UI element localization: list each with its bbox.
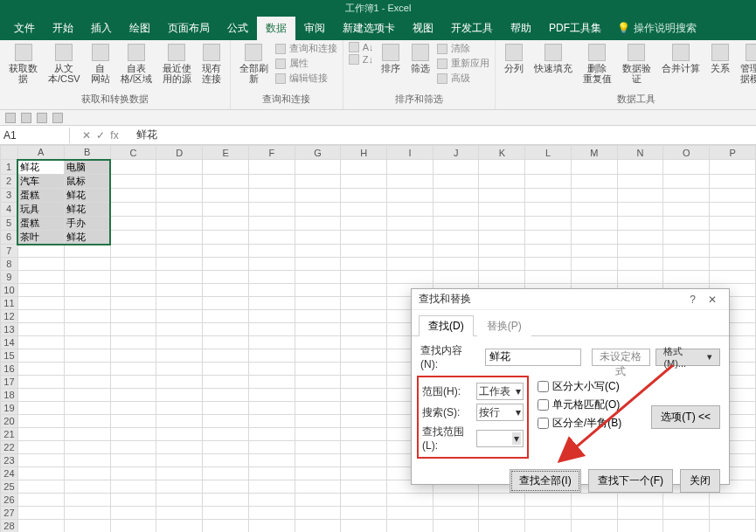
tab-formulas[interactable]: 公式 bbox=[218, 17, 257, 40]
cell[interactable] bbox=[433, 202, 479, 216]
tab-pdf[interactable]: PDF工具集 bbox=[540, 17, 610, 40]
cell[interactable] bbox=[248, 467, 295, 480]
cell[interactable] bbox=[479, 160, 525, 175]
cell[interactable] bbox=[433, 520, 479, 533]
cell[interactable] bbox=[17, 520, 64, 533]
cell[interactable] bbox=[710, 230, 756, 245]
cell[interactable] bbox=[110, 297, 156, 310]
row-header[interactable]: 1 bbox=[1, 160, 18, 175]
cell[interactable] bbox=[248, 520, 295, 533]
col-header[interactable]: J bbox=[433, 146, 479, 160]
cell[interactable] bbox=[110, 389, 156, 402]
cell[interactable] bbox=[110, 507, 156, 520]
cell[interactable] bbox=[64, 363, 110, 376]
cell[interactable] bbox=[295, 441, 341, 454]
touch-icon[interactable] bbox=[52, 113, 63, 123]
cell[interactable] bbox=[156, 230, 203, 245]
lookin-select[interactable]: 值▾ bbox=[476, 430, 524, 447]
cell[interactable] bbox=[203, 245, 249, 258]
within-select[interactable]: 工作表▾ bbox=[476, 383, 524, 400]
cell[interactable] bbox=[156, 336, 203, 349]
cell[interactable] bbox=[663, 520, 710, 533]
cell[interactable] bbox=[248, 323, 295, 336]
col-header[interactable]: I bbox=[387, 146, 433, 160]
cell[interactable] bbox=[571, 507, 617, 520]
cell[interactable] bbox=[156, 188, 203, 202]
cell[interactable] bbox=[110, 216, 156, 230]
cell[interactable] bbox=[295, 389, 341, 402]
cell[interactable] bbox=[203, 507, 249, 520]
cell[interactable] bbox=[248, 494, 295, 507]
cell[interactable] bbox=[64, 271, 110, 284]
data-model-button[interactable]: 管理数 据模型 bbox=[737, 42, 756, 86]
cell[interactable] bbox=[341, 494, 387, 507]
cell[interactable] bbox=[663, 202, 710, 216]
cell[interactable] bbox=[387, 202, 433, 216]
cell[interactable] bbox=[248, 284, 295, 297]
cell[interactable] bbox=[479, 245, 525, 258]
cell[interactable] bbox=[64, 336, 110, 349]
row-header[interactable]: 18 bbox=[1, 389, 18, 402]
cell[interactable] bbox=[17, 428, 64, 441]
cell[interactable] bbox=[110, 323, 156, 336]
tab-newtab[interactable]: 新建选项卡 bbox=[334, 17, 404, 40]
cell[interactable] bbox=[341, 376, 387, 389]
cell[interactable] bbox=[203, 363, 249, 376]
cell[interactable] bbox=[203, 202, 249, 216]
cell[interactable] bbox=[64, 284, 110, 297]
tab-review[interactable]: 审阅 bbox=[295, 17, 334, 40]
cell[interactable] bbox=[387, 520, 433, 533]
cell[interactable] bbox=[156, 454, 203, 467]
cell[interactable]: 鲜花 bbox=[64, 202, 110, 216]
cell[interactable] bbox=[110, 363, 156, 376]
cell[interactable] bbox=[203, 284, 249, 297]
cell[interactable] bbox=[341, 323, 387, 336]
existing-connections-button[interactable]: 现有 连接 bbox=[198, 42, 225, 86]
cell[interactable] bbox=[571, 202, 617, 216]
cell[interactable] bbox=[17, 310, 64, 323]
col-header[interactable]: G bbox=[295, 146, 341, 160]
cell[interactable] bbox=[17, 402, 64, 415]
cell[interactable] bbox=[710, 188, 756, 202]
cell[interactable] bbox=[203, 174, 249, 188]
cell[interactable] bbox=[295, 428, 341, 441]
cell[interactable] bbox=[295, 349, 341, 363]
cell[interactable] bbox=[248, 349, 295, 363]
cell[interactable] bbox=[571, 271, 617, 284]
row-header[interactable]: 6 bbox=[1, 230, 18, 245]
cell[interactable]: 茶叶 bbox=[17, 230, 64, 245]
cell[interactable] bbox=[433, 507, 479, 520]
cell[interactable] bbox=[387, 216, 433, 230]
cell[interactable] bbox=[110, 174, 156, 188]
tab-developer[interactable]: 开发工具 bbox=[442, 17, 502, 40]
cell[interactable] bbox=[64, 349, 110, 363]
cell[interactable] bbox=[663, 258, 710, 271]
cell[interactable] bbox=[17, 245, 64, 258]
cell[interactable] bbox=[433, 230, 479, 245]
cell[interactable] bbox=[617, 174, 663, 188]
remove-duplicates-button[interactable]: 删除 重复值 bbox=[579, 42, 615, 86]
cell[interactable] bbox=[571, 216, 617, 230]
cell[interactable] bbox=[156, 507, 203, 520]
cell[interactable] bbox=[156, 467, 203, 480]
cell[interactable] bbox=[156, 310, 203, 323]
match-width-checkbox[interactable]: 区分全/半角(B) bbox=[538, 416, 621, 431]
cell[interactable] bbox=[617, 160, 663, 175]
cell[interactable] bbox=[387, 258, 433, 271]
row-header[interactable]: 4 bbox=[1, 202, 18, 216]
cell[interactable] bbox=[663, 245, 710, 258]
cell[interactable] bbox=[525, 507, 572, 520]
cell[interactable] bbox=[156, 160, 203, 175]
from-web-button[interactable]: 自 网站 bbox=[87, 42, 114, 86]
cell[interactable] bbox=[295, 494, 341, 507]
cell[interactable] bbox=[156, 258, 203, 271]
cell[interactable] bbox=[479, 507, 525, 520]
recent-sources-button[interactable]: 最近使 用的源 bbox=[159, 42, 195, 86]
cell[interactable] bbox=[64, 376, 110, 389]
cell[interactable] bbox=[110, 188, 156, 202]
cell[interactable] bbox=[156, 349, 203, 363]
row-header[interactable]: 15 bbox=[1, 349, 18, 363]
cell[interactable] bbox=[203, 349, 249, 363]
cell[interactable] bbox=[341, 402, 387, 415]
cell[interactable] bbox=[295, 230, 341, 245]
